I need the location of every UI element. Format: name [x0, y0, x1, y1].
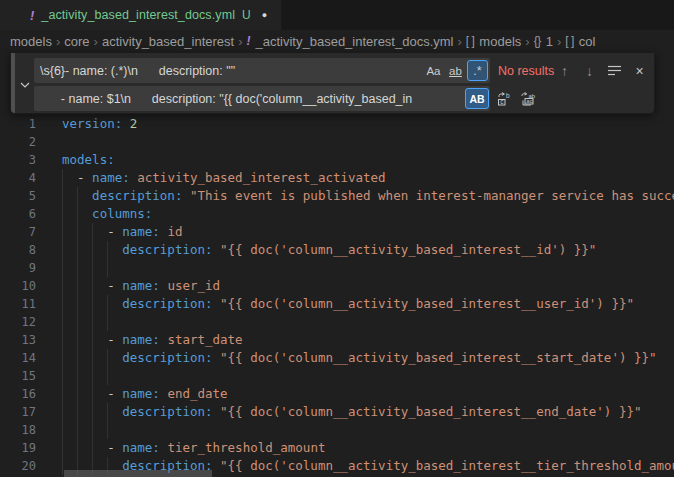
find-in-selection-icon[interactable]	[604, 60, 625, 81]
code-line[interactable]: 17 description: "{{ doc('column__activit…	[0, 403, 674, 421]
indent-guide	[77, 421, 78, 439]
breadcrumb-item[interactable]: !_activity_based_interest_docs.yml	[247, 34, 454, 49]
preserve-case-icon[interactable]: AB	[465, 88, 489, 109]
indent-guide	[62, 421, 63, 439]
vscode-window: ! _activity_based_interest_docs.yml U ● …	[0, 0, 674, 477]
code-line[interactable]: 3models:	[0, 151, 674, 169]
indent-guide	[77, 367, 78, 385]
indent-guide	[107, 241, 108, 259]
line-number: 10	[0, 277, 36, 295]
breadcrumb-label: activity_based_interest	[102, 34, 234, 49]
line-number: 20	[0, 457, 36, 475]
code-line[interactable]: 2	[0, 133, 674, 151]
line-number: 18	[0, 421, 36, 439]
breadcrumb-label: 1	[546, 34, 553, 49]
editor[interactable]: 1version: 223models:4 - name: activity_b…	[0, 52, 674, 477]
breadcrumb-item[interactable]: core	[64, 34, 89, 49]
chevron-down-icon	[20, 76, 30, 91]
match-case-icon[interactable]: Aa	[423, 60, 444, 81]
indent-guide	[62, 169, 63, 187]
replace-row: AB b c	[34, 86, 651, 111]
line-number: 12	[0, 313, 36, 331]
line-number: 5	[0, 187, 36, 205]
dirty-indicator-icon[interactable]: ●	[262, 10, 267, 20]
code-line[interactable]: 11 description: "{{ doc('column__activit…	[0, 295, 674, 313]
indent-guide	[107, 421, 108, 439]
indent-guide	[77, 331, 78, 349]
symbol-icon: [ ]	[466, 34, 475, 48]
breadcrumb-separator-icon: ›	[56, 34, 60, 49]
find-widget-sash[interactable]	[11, 53, 15, 113]
find-options: Aa ab .*	[423, 60, 488, 81]
indent-guide	[62, 313, 63, 331]
code-line[interactable]: 19 - name: tier_threshold_amount	[0, 439, 674, 457]
replace-icon[interactable]: b c	[493, 88, 514, 109]
whole-word-label: ab	[449, 65, 462, 77]
indent-guide	[107, 367, 108, 385]
breadcrumb-separator-icon: ›	[525, 34, 529, 49]
breadcrumb-item[interactable]: {}1	[534, 34, 553, 49]
line-number: 8	[0, 241, 36, 259]
code-line[interactable]: 13 - name: start_date	[0, 331, 674, 349]
indent-guide	[92, 295, 93, 313]
indent-guide	[62, 331, 63, 349]
code-line[interactable]: 4 - name: activity_based_interest_activa…	[0, 169, 674, 187]
indent-guide	[77, 403, 78, 421]
code-line[interactable]: 9	[0, 259, 674, 277]
use-regex-icon[interactable]: .*	[467, 60, 488, 81]
code-area: 1version: 223models:4 - name: activity_b…	[0, 115, 674, 475]
symbol-icon: {}	[534, 34, 541, 48]
code-line[interactable]: 6 columns:	[0, 205, 674, 223]
indent-guide	[62, 223, 63, 241]
indent-guide	[62, 403, 63, 421]
breadcrumb-item[interactable]: models	[10, 34, 52, 49]
breadcrumb-separator-icon: ›	[238, 34, 242, 49]
replace-all-icon[interactable]: ab ac	[517, 88, 538, 109]
indent-guide	[77, 223, 78, 241]
previous-match-button[interactable]: ↑	[554, 60, 575, 81]
breadcrumb: models›core›activity_based_interest›!_ac…	[0, 30, 674, 52]
line-number: 2	[0, 133, 36, 151]
indent-guide	[62, 349, 63, 367]
next-match-button[interactable]: ↓	[579, 60, 600, 81]
toggle-replace-button[interactable]	[16, 53, 33, 113]
code-line[interactable]: 14 description: "{{ doc('column__activit…	[0, 349, 674, 367]
indent-guide	[62, 385, 63, 403]
indent-guide	[62, 277, 63, 295]
code-line[interactable]: 18	[0, 421, 674, 439]
horizontal-scrollbar[interactable]	[64, 470, 212, 477]
code-line[interactable]: 15	[0, 367, 674, 385]
indent-guide	[77, 439, 78, 457]
code-line[interactable]: 16 - name: end_date	[0, 385, 674, 403]
symbol-icon: [ ]	[565, 34, 574, 48]
code-line[interactable]: 1version: 2	[0, 115, 674, 133]
indent-guide	[92, 367, 93, 385]
indent-guide	[77, 205, 78, 223]
close-icon[interactable]: ×	[629, 60, 650, 81]
breadcrumb-separator-icon: ›	[557, 34, 561, 49]
indent-guide	[92, 241, 93, 259]
code-line[interactable]: 7 - name: id	[0, 223, 674, 241]
indent-guide	[92, 439, 93, 457]
breadcrumb-item[interactable]: activity_based_interest	[102, 34, 234, 49]
code-line[interactable]: 10 - name: user_id	[0, 277, 674, 295]
line-number: 1	[0, 115, 36, 133]
breadcrumb-item[interactable]: [ ]models	[466, 34, 521, 49]
indent-guide	[62, 205, 63, 223]
code-line[interactable]: 12	[0, 313, 674, 331]
tab-activity-based-interest-docs[interactable]: ! _activity_based_interest_docs.yml U ●	[0, 0, 282, 30]
line-number: 19	[0, 439, 36, 457]
code-line[interactable]: 5 description: "This event is published …	[0, 187, 674, 205]
code-line[interactable]: 8 description: "{{ doc('column__activity…	[0, 241, 674, 259]
line-number: 6	[0, 205, 36, 223]
replace-input[interactable]	[34, 86, 490, 111]
find-row: Aa ab .* No results ↑ ↓ ×	[34, 58, 651, 83]
line-number: 14	[0, 349, 36, 367]
indent-guide	[107, 349, 108, 367]
breadcrumb-separator-icon: ›	[94, 34, 98, 49]
find-input[interactable]	[34, 58, 490, 83]
whole-word-icon[interactable]: ab	[445, 60, 466, 81]
line-number: 4	[0, 169, 36, 187]
breadcrumb-item[interactable]: [ ]col	[565, 34, 595, 49]
find-nav: ↑ ↓ ×	[554, 58, 650, 83]
